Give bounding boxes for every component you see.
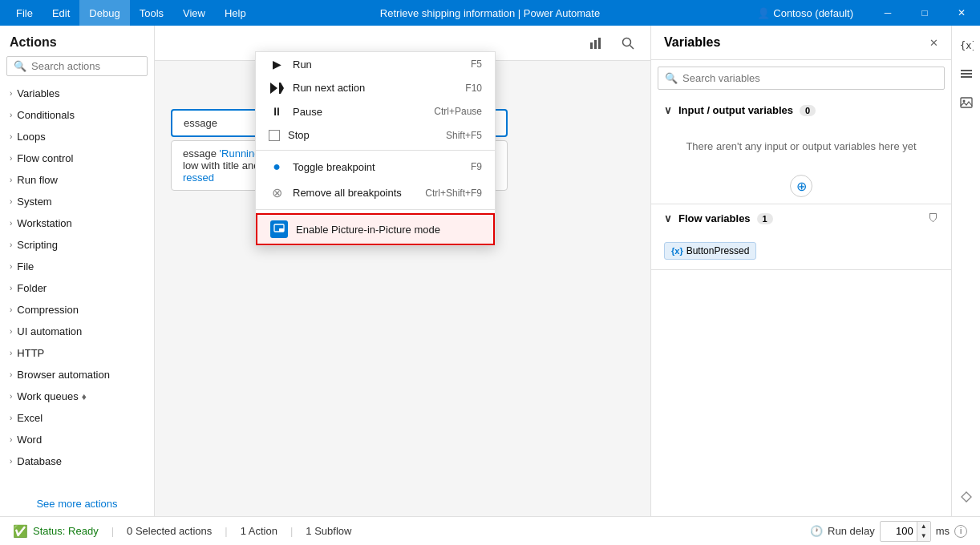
debug-run-next-item[interactable]: Run next action F10 xyxy=(256,76,495,99)
action-item-file[interactable]: › File xyxy=(0,256,154,277)
chevron-icon: › xyxy=(10,132,12,141)
svg-point-15 xyxy=(962,100,965,103)
debug-toggle-bp-item[interactable]: ● Toggle breakpoint F9 xyxy=(256,154,495,180)
debug-pause-item[interactable]: ⏸ Pause Ctrl+Pause xyxy=(256,99,495,123)
variables-icon-button[interactable]: {x} xyxy=(954,32,979,58)
image-icon-button[interactable] xyxy=(954,90,979,115)
menu-help[interactable]: Help xyxy=(215,0,256,26)
dropdown-separator-1 xyxy=(256,150,495,151)
action-item-excel[interactable]: › Excel xyxy=(0,407,154,429)
svg-text:{x}: {x} xyxy=(960,40,974,51)
search-input[interactable] xyxy=(31,60,140,72)
debug-run-item[interactable]: ▶ Run F5 xyxy=(256,52,495,76)
svg-rect-1 xyxy=(594,40,597,49)
action-item-compression[interactable]: › Compression xyxy=(0,299,154,321)
svg-rect-2 xyxy=(598,38,601,49)
action-label: Excel xyxy=(17,412,43,424)
menu-tools[interactable]: Tools xyxy=(130,0,173,26)
run-delay-info-icon[interactable]: i xyxy=(954,525,967,538)
menu-view[interactable]: View xyxy=(173,0,215,26)
chevron-icon: › xyxy=(10,111,12,119)
diamond-icon-button[interactable] xyxy=(954,484,979,510)
action-item-workstation[interactable]: › Workstation xyxy=(0,212,154,234)
debug-stop-item[interactable]: Stop Shift+F5 xyxy=(256,123,495,147)
variables-search: 🔍 xyxy=(658,67,945,90)
toolbar-chart-icon[interactable] xyxy=(583,30,609,56)
action-label: Run flow xyxy=(17,174,58,186)
menu-edit[interactable]: Edit xyxy=(43,0,79,26)
run-delay-value[interactable] xyxy=(881,523,917,539)
see-more-actions[interactable]: See more actions xyxy=(0,491,154,516)
run-delay-label: Run delay xyxy=(828,525,875,537)
dropdown-separator-2 xyxy=(256,209,495,210)
debug-remove-bp-label: Remove all breakpoints xyxy=(293,187,402,199)
close-button[interactable]: ✕ xyxy=(943,0,980,26)
debug-run-label: Run xyxy=(293,59,312,71)
maximize-button[interactable]: □ xyxy=(906,0,943,26)
variables-search-input[interactable] xyxy=(682,72,937,84)
action-item-flow-control[interactable]: › Flow control xyxy=(0,147,154,169)
variables-close-icon[interactable]: ✕ xyxy=(929,37,938,49)
svg-rect-6 xyxy=(279,83,281,94)
action-item-http[interactable]: › HTTP xyxy=(0,342,154,364)
debug-run-next-shortcut: F10 xyxy=(465,83,482,94)
input-output-label: Input / output variables xyxy=(678,104,793,116)
actions-header: Actions xyxy=(0,26,154,56)
delay-up-button[interactable]: ▲ xyxy=(917,522,930,531)
variables-title: Variables xyxy=(664,35,720,50)
action-label: Scripting xyxy=(17,239,58,251)
svg-point-3 xyxy=(623,38,631,46)
chevron-icon: › xyxy=(10,154,12,163)
action-label: HTTP xyxy=(17,347,44,359)
debug-remove-bp-shortcut: Ctrl+Shift+F9 xyxy=(425,188,482,199)
run-delay-section: 🕐 Run delay ▲ ▼ ms i xyxy=(810,521,967,542)
chevron-icon: › xyxy=(10,305,12,314)
action-item-ui-automation[interactable]: › UI automation xyxy=(0,321,154,342)
flow-variables-section-header[interactable]: ∨ Flow variables 1 ⛉ xyxy=(651,204,951,232)
title-bar: File Edit Debug Tools View Help Retrieve… xyxy=(0,0,980,26)
debug-stop-shortcut: Shift+F5 xyxy=(446,130,482,141)
window-title: Retrieve shipping information | Power Au… xyxy=(380,7,600,19)
action-item-variables[interactable]: › Variables xyxy=(0,83,154,104)
menu-file[interactable]: File xyxy=(6,0,43,26)
flow-vars-count: 1 xyxy=(757,213,773,224)
delay-down-button[interactable]: ▼ xyxy=(917,531,930,541)
action-label: Flow control xyxy=(17,152,73,164)
action-item-system[interactable]: › System xyxy=(0,191,154,212)
action-label: Loops xyxy=(17,131,45,143)
action-item-browser-automation[interactable]: › Browser automation xyxy=(0,364,154,386)
run-delay-input: ▲ ▼ xyxy=(880,521,931,542)
run-delay-spinners: ▲ ▼ xyxy=(917,522,930,541)
chevron-icon: › xyxy=(10,370,12,379)
debug-remove-bp-item[interactable]: ⊗ Remove all breakpoints Ctrl+Shift+F9 xyxy=(256,180,495,206)
action-item-run-flow[interactable]: › Run flow xyxy=(0,169,154,191)
toolbar-search-icon[interactable] xyxy=(615,30,641,56)
svg-rect-9 xyxy=(279,228,284,232)
action-item-conditionals[interactable]: › Conditionals xyxy=(0,104,154,126)
flow-variable-chip[interactable]: {x} ButtonPressed xyxy=(664,242,756,260)
action-item-folder[interactable]: › Folder xyxy=(0,277,154,299)
action-item-database[interactable]: › Database xyxy=(0,450,154,472)
run-next-icon xyxy=(269,83,285,94)
account-label[interactable]: 👤 Contoso (default) xyxy=(747,7,863,19)
filter-icon[interactable]: ⛉ xyxy=(928,212,938,224)
actions-panel: Actions 🔍 › Variables › Conditionals › L… xyxy=(0,26,155,516)
action-item-scripting[interactable]: › Scripting xyxy=(0,234,154,256)
search-icon: 🔍 xyxy=(14,60,26,72)
action-count: 1 Action xyxy=(241,525,277,537)
add-variable-button[interactable]: ⊕ xyxy=(790,175,812,197)
svg-rect-14 xyxy=(961,98,972,107)
input-output-section-header[interactable]: ∨ Input / output variables 0 xyxy=(651,96,951,124)
action-item-word[interactable]: › Word xyxy=(0,429,154,450)
status-bar: ✅ Status: Ready | 0 Selected actions | 1… xyxy=(0,516,980,545)
debug-pip-item[interactable]: Enable Picture-in-Picture mode xyxy=(256,213,495,245)
input-output-section: ∨ Input / output variables 0 There aren'… xyxy=(651,96,951,204)
debug-pip-label: Enable Picture-in-Picture mode xyxy=(296,224,440,236)
minimize-button[interactable]: ─ xyxy=(869,0,906,26)
variable-name: ButtonPressed xyxy=(686,245,750,256)
menu-debug[interactable]: Debug xyxy=(79,0,129,26)
layers-icon-button[interactable] xyxy=(954,61,979,87)
action-item-loops[interactable]: › Loops xyxy=(0,126,154,147)
debug-toggle-bp-label: Toggle breakpoint xyxy=(293,161,375,173)
action-item-work-queues[interactable]: › Work queues ♦ xyxy=(0,386,154,407)
